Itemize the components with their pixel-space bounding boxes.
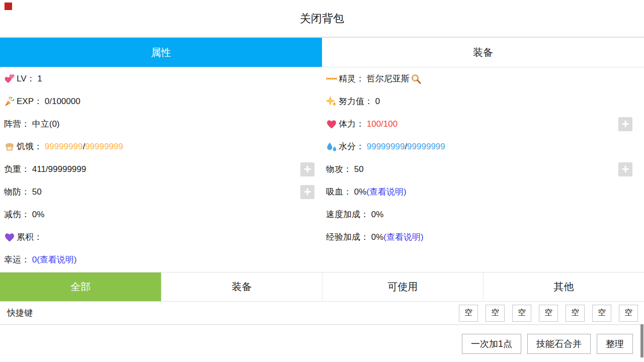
header: 关闭背包 [0,0,644,37]
shortcut-slots: 空空空空空空空 [459,305,638,322]
stat-value: 99999999 [85,142,123,152]
stat-value: 0/100000 [45,97,80,107]
stat-row: 精灵： 哲尔尼亚斯 [322,67,644,90]
stat-value: 99999999 [45,142,83,152]
double-bow-icon [326,73,337,84]
stat-value: 1 [37,74,42,84]
action-buttons: 一次加1点技能石合并整理 [462,334,633,354]
stat-label: 经验加成： [326,231,371,243]
view-info-link[interactable]: (查看说明) [37,254,76,265]
stat-row: 幸运： 0(查看说明) [0,248,322,271]
tab-equipment-items[interactable]: 装备 [161,273,322,302]
add-one-point-button[interactable]: 一次加1点 [462,334,521,354]
stat-row: 物攻： 50+ [322,158,644,180]
stat-label: 物防： [4,186,32,198]
stat-value: 0 [32,255,37,265]
tab-equipment[interactable]: 装备 [322,38,644,67]
stats-panel: LV： 1EXP： 0/100000阵营： 中立(0)饥饿： 99999999/… [0,67,644,272]
bread-icon [4,141,15,152]
stat-row: 负重： 411/99999999+ [0,158,322,180]
stat-value: 0% [354,187,367,197]
stat-row: 减伤： 0% [0,203,322,226]
stat-plus-button[interactable]: + [618,117,632,131]
stat-row: 体力： 100/100+ [322,113,644,135]
stat-value: 0 [375,97,380,107]
stat-row: 累积： [0,226,322,248]
stat-label: 累积： [17,231,45,243]
stats-column-right: 精灵： 哲尔尼亚斯努力值： 0体力： 100/100+水分： 99999999/… [322,67,644,248]
stat-label: 精灵： [339,73,367,84]
stat-value: 50 [354,164,364,174]
stat-label: 幸运： [4,254,32,265]
sparkles-icon [326,96,337,107]
stat-row: EXP： 0/100000 [0,90,322,113]
stat-row: 吸血： 0%(查看说明) [322,180,644,203]
stat-row: 阵营： 中立(0) [0,113,322,135]
attribute-equipment-tabbar: 属性装备 [0,37,644,67]
stat-label: 水分： [339,141,367,152]
stat-label: 阵营： [4,118,32,130]
stat-label: EXP： [17,96,45,107]
shortcut-slot[interactable]: 空 [512,305,531,322]
stat-label: 吸血： [326,186,354,198]
stat-label: 努力值： [339,96,375,107]
tab-attributes[interactable]: 属性 [0,38,322,67]
scrollbar-thumb[interactable] [640,324,643,357]
heart-icon [326,119,337,130]
stat-label: 物攻： [326,163,354,175]
stat-value: 100/100 [367,119,397,129]
stat-value: 99999999 [407,142,445,152]
sort-button[interactable]: 整理 [597,334,633,354]
stat-row: 水分： 99999999/99999999 [322,135,644,158]
stat-value: 中立(0) [32,118,60,130]
stat-label: 减伤： [4,209,32,220]
droplets-icon [326,141,337,152]
shortcut-slot[interactable]: 空 [566,305,585,322]
shortcut-bar: 快捷键 空空空空空空空 [0,302,644,325]
magnifier-icon[interactable] [411,73,422,84]
stat-row: 物防： 50+ [0,180,322,203]
merge-skill-stones-button[interactable]: 技能石合并 [527,334,591,354]
stat-label: 体力： [339,118,367,130]
stat-value: 0% [371,210,384,220]
party-popper-icon [4,96,15,107]
stat-row: LV： 1 [0,67,322,90]
stat-row: 饥饿： 99999999/99999999 [0,135,322,158]
stat-value: 50 [32,187,42,197]
shortcut-slot[interactable]: 空 [486,305,505,322]
stats-column-left: LV： 1EXP： 0/100000阵营： 中立(0)饥饿： 99999999/… [0,67,322,271]
stat-value: 0% [32,210,45,220]
purple-heart-icon [4,232,15,243]
stat-plus-button[interactable]: + [300,162,314,176]
stat-label: LV： [17,73,37,84]
stat-row: 努力值： 0 [322,90,644,113]
stat-plus-button[interactable]: + [618,162,632,176]
shortcut-label: 快捷键 [7,307,33,319]
view-info-link[interactable]: (查看说明) [366,186,406,198]
backpack-screen: 关闭背包 属性装备 LV： 1EXP： 0/100000阵营： 中立(0)饥饿：… [0,0,644,362]
stat-row: 经验加成： 0%(查看说明) [322,226,644,248]
tab-other[interactable]: 其他 [483,273,644,302]
tab-all[interactable]: 全部 [0,273,161,302]
footer: 一次加1点技能石合并整理 [0,325,644,362]
stat-value: 0% [371,232,384,242]
stat-value: 411/99999999 [32,164,86,174]
close-backpack-button[interactable]: 关闭背包 [300,11,344,26]
inventory-category-tabbar: 全部装备可使用其他 [0,272,644,302]
shortcut-slot[interactable]: 空 [592,305,611,322]
two-hearts-icon [4,73,15,84]
stat-label: 速度加成： [326,209,371,220]
shortcut-slot[interactable]: 空 [619,305,638,322]
stat-label: 负重： [4,163,32,175]
shortcut-slot[interactable]: 空 [459,305,478,322]
stat-plus-button[interactable]: + [300,185,314,199]
view-info-link[interactable]: (查看说明) [383,231,423,243]
stat-row: 速度加成： 0% [322,203,644,226]
tab-usable[interactable]: 可使用 [322,273,483,302]
stat-value: 哲尔尼亚斯 [367,73,410,84]
shortcut-slot[interactable]: 空 [539,305,558,322]
stat-label: 饥饿： [17,141,45,152]
stat-value: 99999999 [367,142,405,152]
